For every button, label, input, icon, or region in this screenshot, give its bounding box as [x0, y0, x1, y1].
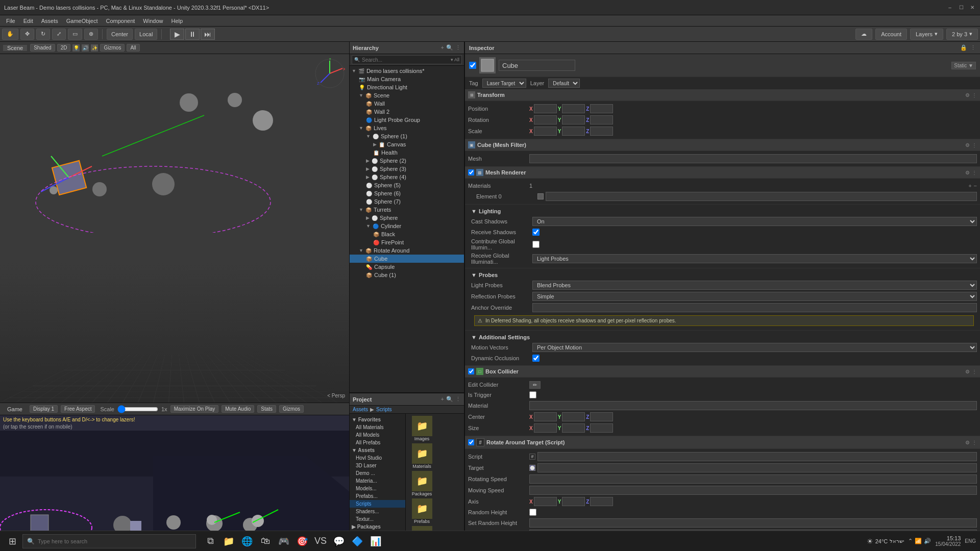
file-explorer-icon[interactable]: 📁 — [220, 533, 237, 549]
bc-size-z[interactable]: 1 — [590, 423, 613, 433]
scale-x[interactable]: 1 — [534, 127, 557, 136]
dynamic-occlusion-checkbox[interactable] — [532, 355, 540, 362]
tree-item-rotate-around[interactable]: ▼ 📦 Rotate Around — [350, 246, 464, 255]
file-images[interactable]: 📁 Images — [408, 416, 436, 441]
game-canvas[interactable]: Use the keyboard buttons A/E and D/<-> t… — [0, 415, 349, 536]
scene-view[interactable]: Scene Shaded 2D 💡 🔊 ✨ Gizmos All — [0, 42, 349, 403]
clock[interactable]: 15:13 15/04/2022 — [935, 535, 961, 547]
tree-item-light-probe[interactable]: 🔵 Light Probe Group — [350, 116, 464, 124]
menu-gameobject[interactable]: GameObject — [62, 15, 102, 27]
rotation-y[interactable]: -123.825 — [562, 115, 585, 124]
mesh-renderer-more[interactable]: ⋮ — [972, 170, 977, 176]
tree-item-sphere7[interactable]: ⚪ Sphere (7) — [350, 197, 464, 206]
edit-collider-button[interactable]: ✏ — [529, 381, 541, 389]
lighting-toggle[interactable]: 💡 — [72, 44, 80, 52]
menu-edit[interactable]: Edit — [19, 15, 37, 27]
menu-component[interactable]: Component — [102, 15, 139, 27]
tree-item-lives[interactable]: ▼ 📦 Lives — [350, 124, 464, 132]
tree-item-dir-light[interactable]: 💡 Directional Light — [350, 83, 464, 91]
menu-window[interactable]: Window — [139, 15, 167, 27]
tree-item-firepoint[interactable]: 🔴 FirePoint — [350, 238, 464, 246]
toolbar-rotate-tool[interactable]: ↻ — [36, 29, 50, 40]
tree-item-health[interactable]: 📋 Health — [350, 148, 464, 157]
hierarchy-add[interactable]: + — [441, 44, 444, 51]
hierarchy-all-filter[interactable]: ▾ All — [451, 57, 459, 62]
axis-x[interactable]: 0 — [534, 497, 557, 506]
tree-item-cube1[interactable]: 📦 Cube (1) — [350, 271, 464, 279]
static-badge[interactable]: Static ▼ — [951, 62, 976, 69]
menu-help[interactable]: Help — [167, 15, 187, 27]
toolbar-rect-tool[interactable]: ▭ — [68, 29, 82, 40]
all-prefabs[interactable]: All Prefabs — [350, 439, 405, 446]
start-button[interactable]: ⊞ — [4, 533, 20, 549]
store-icon[interactable]: 🛍 — [257, 533, 274, 549]
bc-material-input[interactable]: None (Physic Material) — [529, 401, 977, 410]
lighting-title[interactable]: ▼ Lighting — [471, 207, 977, 216]
rotating-speed-input[interactable]: 100 — [529, 474, 977, 484]
tree-item-cylinder[interactable]: ▼ 🔵 Cylinder — [350, 222, 464, 230]
shaders-folder[interactable]: Shaders... — [350, 508, 405, 515]
project-menu[interactable]: ⋮ — [455, 396, 461, 403]
tree-item-scene[interactable]: ▼ 📦 Scene — [350, 91, 464, 99]
tree-item-sphere2[interactable]: ▶ ⚪ Sphere (2) — [350, 157, 464, 165]
discord-icon[interactable]: 💬 — [331, 533, 347, 549]
tree-item-sphere1[interactable]: ▼ ⚪ Sphere (1) — [350, 132, 464, 140]
game-view[interactable]: Game Display 1 Free Aspect Scale 1x Maxi… — [0, 403, 349, 536]
bc-center-x[interactable]: 0 — [534, 412, 557, 421]
inspector-menu[interactable]: ⋮ — [970, 44, 976, 51]
taskview-button[interactable]: ⧉ — [202, 533, 218, 549]
toolbar-scale-tool[interactable]: ⤢ — [52, 29, 66, 40]
mute-audio[interactable]: Mute Audio — [222, 405, 254, 413]
maximize-button[interactable]: ☐ — [958, 4, 965, 11]
probes-title[interactable]: ▼ Probes — [471, 270, 977, 280]
tree-item-main-camera[interactable]: 📷 Main Camera — [350, 75, 464, 83]
scene-3d-canvas[interactable]: X Y Z < Persp — [0, 54, 349, 403]
tag-select[interactable]: Laser Target — [482, 79, 526, 88]
maximize-on-play[interactable]: Maximize On Play — [170, 405, 219, 413]
toolbar-hand-tool[interactable]: ✋ — [2, 29, 18, 40]
tree-item-sphere6[interactable]: ⚪ Sphere (6) — [350, 189, 464, 197]
tree-item-black[interactable]: 📦 Black — [350, 230, 464, 238]
all-materials[interactable]: All Materials — [350, 423, 405, 431]
scale-y[interactable]: 1 — [562, 127, 585, 136]
file-materials[interactable]: 📁 Materials — [408, 443, 436, 469]
gizmos-button[interactable]: Gizmos — [100, 44, 125, 52]
mesh-filter-settings[interactable]: ⚙ — [965, 142, 970, 148]
bc-center-z[interactable]: 0 — [590, 412, 613, 421]
minimize-button[interactable]: – — [946, 4, 953, 11]
app9-icon[interactable]: 🔷 — [349, 533, 365, 549]
local-button[interactable]: Local — [135, 29, 157, 40]
mesh-input[interactable]: Cube — [529, 154, 977, 163]
scale-slider[interactable] — [117, 405, 158, 413]
audio-toggle[interactable]: 🔊 — [82, 44, 89, 52]
mesh-filter-more[interactable]: ⋮ — [972, 142, 977, 148]
axis-z[interactable]: 0 — [590, 497, 613, 506]
contribute-gi-checkbox[interactable] — [532, 241, 540, 248]
app10-icon[interactable]: 📊 — [368, 533, 384, 549]
mesh-renderer-settings[interactable]: ⚙ — [965, 170, 970, 176]
fx-toggle[interactable]: ✨ — [91, 44, 98, 52]
material-input[interactable]: Default-Diffuse — [546, 192, 977, 201]
mesh-renderer-toggle[interactable] — [468, 169, 474, 176]
toolbar-move-tool[interactable]: ✥ — [20, 29, 34, 40]
tree-item-wall2[interactable]: 📦 Wall 2 — [350, 108, 464, 116]
tree-item-canvas[interactable]: ▶ 📋 Canvas — [350, 140, 464, 148]
stats-button[interactable]: Stats — [257, 405, 276, 413]
demo-folder[interactable]: Demo ... — [350, 469, 405, 477]
materials-remove[interactable]: − — [974, 183, 977, 189]
bc-center-y[interactable]: 0 — [562, 412, 585, 421]
cloud-button[interactable]: ☁ — [855, 29, 872, 40]
tree-item-sphere4[interactable]: ▶ ⚪ Sphere (4) — [350, 173, 464, 181]
target-input[interactable]: Sphere (Transform) — [537, 463, 977, 472]
scale-z[interactable]: 1 — [590, 127, 613, 136]
rotate-around-header[interactable]: # Rotate Around Target (Script) ⚙ ⋮ — [465, 436, 980, 449]
tree-item-demo[interactable]: ▼ 🎬 Demo lasers collisions* — [350, 67, 464, 75]
light-probes-select[interactable]: Blend Probes — [532, 281, 977, 290]
hierarchy-menu[interactable]: ⋮ — [455, 44, 461, 51]
3d-laser[interactable]: 3D Laser — [350, 462, 405, 469]
object-active-toggle[interactable] — [469, 62, 476, 69]
favorites-header[interactable]: ▼ Favorites — [350, 416, 405, 423]
cast-shadows-select[interactable]: On — [532, 217, 977, 226]
box-collider-settings[interactable]: ⚙ — [965, 369, 970, 374]
rotation-x[interactable]: 0 — [534, 115, 557, 124]
